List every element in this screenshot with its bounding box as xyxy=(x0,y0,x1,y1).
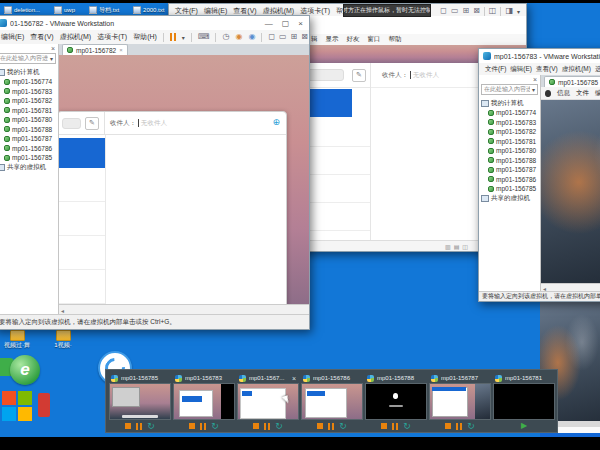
thumbnail-close-icon[interactable]: × xyxy=(292,375,297,382)
chevron-down-icon[interactable]: ▾ xyxy=(517,8,520,15)
view-layout-icon[interactable]: ⊞ xyxy=(291,33,298,41)
user-icon[interactable]: ◉ xyxy=(235,33,242,41)
menu-item[interactable]: 虚拟机(M) xyxy=(562,65,591,74)
library-search-box[interactable]: 在此处输入内容进行搜索 ▾ xyxy=(481,84,538,95)
stop-vm-icon[interactable] xyxy=(381,423,387,429)
stop-vm-icon[interactable] xyxy=(445,423,451,429)
vm-list-item[interactable]: mp01-156774 xyxy=(481,108,540,118)
menu-item[interactable]: 虚拟机(M) xyxy=(60,32,92,42)
pause-vm-icon[interactable] xyxy=(200,423,206,430)
capture-icon[interactable]: ◨ xyxy=(505,7,513,15)
vm-list-item[interactable]: mp01-156788 xyxy=(481,156,540,166)
pause-vm-icon[interactable] xyxy=(264,423,270,430)
desktop-icon[interactable]: uwp xyxy=(54,6,75,14)
close-button[interactable]: × xyxy=(298,19,303,28)
mac-menu-item[interactable]: 辑 xyxy=(311,35,318,44)
pause-vm-icon[interactable] xyxy=(136,423,142,430)
vm-list-item[interactable]: mp01-156787 xyxy=(0,134,58,144)
desktop-folder[interactable]: 视频过·舞 xyxy=(2,330,32,350)
vm-disk-icon[interactable]: ▥ xyxy=(445,243,451,250)
vm-list-item[interactable]: mp01-156780 xyxy=(481,146,540,156)
tree-node-shared-vms[interactable]: 共享的虚拟机 xyxy=(0,163,58,172)
chevron-down-icon[interactable]: ▾ xyxy=(182,34,185,41)
vm-thumbnail[interactable]: mp01-156788 × ↻ ▶ xyxy=(365,373,427,429)
revert-vm-icon[interactable]: ↻ xyxy=(275,422,283,431)
stop-vm-icon[interactable] xyxy=(253,423,259,429)
browser-e-icon[interactable]: e xyxy=(10,355,40,385)
add-contact-icon[interactable]: ⊕ xyxy=(272,118,280,127)
front-vm-display[interactable]: ✎ 收件人： 无收件人 ⊕ xyxy=(59,55,309,305)
menu-item[interactable]: 编辑(E) xyxy=(1,32,24,42)
user-icon[interactable]: ◉ xyxy=(248,33,255,41)
menu-item[interactable]: 帮助(H) xyxy=(133,32,157,42)
view-layout-icon[interactable]: ◻ xyxy=(268,33,275,41)
right-vm-display[interactable]: 信息文件编辑 xyxy=(541,87,600,284)
mac-menu-item[interactable]: 帮助 xyxy=(389,35,402,44)
vm-list-item[interactable]: mp01-156785 xyxy=(481,184,540,194)
selected-conversation[interactable] xyxy=(306,89,352,117)
maximize-button[interactable]: ▢ xyxy=(282,19,290,28)
stop-vm-icon[interactable] xyxy=(125,423,131,429)
suspend-vm-button[interactable] xyxy=(170,33,176,41)
vm-list-item[interactable]: mp01-156774 xyxy=(0,77,58,87)
vm-thumbnail[interactable]: mp01-156781 × ↻ ▶ xyxy=(493,373,555,429)
red-app-icon[interactable] xyxy=(38,393,50,417)
thumbnail-screen[interactable] xyxy=(109,383,171,420)
vm-list-item[interactable]: mp01-156781 xyxy=(481,137,540,147)
tree-node-my-computer[interactable]: 我的计算机 xyxy=(481,99,540,108)
view-layout-icon[interactable]: ⊞ xyxy=(462,7,469,15)
play-vm-icon[interactable]: ▶ xyxy=(521,422,527,430)
pause-vm-icon[interactable] xyxy=(456,423,462,430)
vm-list-item[interactable]: mp01-156782 xyxy=(0,96,58,106)
apple-logo-icon[interactable] xyxy=(545,90,551,97)
desktop-icon[interactable]: 导档.txt xyxy=(89,6,119,15)
vm-device-icon[interactable]: ◫ xyxy=(462,243,468,250)
vm-list-item[interactable]: mp01-156787 xyxy=(481,165,540,175)
menu-item[interactable]: 文件(F) xyxy=(485,65,506,74)
vm-thumbnail[interactable]: mp01-156785 × ↻ ▶ xyxy=(109,373,171,429)
vm-list-item[interactable]: mp01-156786 xyxy=(481,175,540,185)
vm-list-item[interactable]: mp01-156783 xyxy=(481,118,540,128)
desktop-icon[interactable]: deletion... xyxy=(4,6,40,14)
vm-thumbnail[interactable]: mp01-156786 × ↻ ▶ xyxy=(301,373,363,429)
mac-menu-item[interactable]: 窗口 xyxy=(368,35,381,44)
revert-vm-icon[interactable]: ↻ xyxy=(467,422,475,431)
vm-list-item[interactable]: mp01-156780 xyxy=(0,115,58,125)
console-view-icon[interactable]: ◫ xyxy=(489,7,497,15)
vm-list-item[interactable]: mp01-156786 xyxy=(0,144,58,154)
selected-conversation[interactable] xyxy=(59,138,105,168)
library-search-box[interactable]: 在此处输入内容进行搜索 ▾ xyxy=(0,53,56,64)
stop-vm-icon[interactable] xyxy=(189,423,195,429)
tree-node-my-computer[interactable]: 我的计算机 xyxy=(0,68,58,77)
view-layout-icon[interactable]: ◻ xyxy=(440,7,447,15)
vm-list-item[interactable]: mp01-156781 xyxy=(0,106,58,116)
stop-vm-icon[interactable] xyxy=(317,423,323,429)
revert-vm-icon[interactable]: ↻ xyxy=(339,422,347,431)
mac-menu-item[interactable]: 文件 xyxy=(576,89,589,98)
vm-list-item[interactable]: mp01-156788 xyxy=(0,125,58,135)
mac-menu-item[interactable]: 显示 xyxy=(326,35,339,44)
pause-vm-icon[interactable] xyxy=(328,423,334,430)
search-input[interactable] xyxy=(62,118,81,129)
compose-button[interactable]: ✎ xyxy=(85,117,99,130)
vm-network-icon[interactable]: ▤ xyxy=(454,243,460,250)
windows-logo-icon[interactable] xyxy=(2,391,32,421)
thumbnail-screen[interactable] xyxy=(429,383,491,420)
vm-thumbnail[interactable]: mp01-156787 × ↻ ▶ xyxy=(429,373,491,429)
view-layout-icon[interactable]: ⊠ xyxy=(473,7,480,15)
tree-node-shared-vms[interactable]: 共享的虚拟机 xyxy=(481,194,540,203)
desktop-folder[interactable]: 1视频· xyxy=(48,330,78,350)
minimize-button[interactable]: — xyxy=(265,19,273,28)
thumbnail-screen[interactable] xyxy=(493,383,555,420)
conversation-list[interactable] xyxy=(306,119,370,241)
vm-tab[interactable]: mp01-156782 × xyxy=(62,44,128,55)
vm-tab[interactable]: mp01-156785 × xyxy=(544,76,600,87)
mac-menu-item[interactable]: 编辑 xyxy=(595,89,600,98)
snapshot-clock-icon[interactable]: ◷ xyxy=(222,33,229,41)
view-layout-icon[interactable]: ⊠ xyxy=(301,33,308,41)
ctrl-alt-del-icon[interactable]: ⌨ xyxy=(198,33,210,41)
right-titlebar[interactable]: mp01-156783 - VMware Workstation xyxy=(479,49,600,63)
menu-item[interactable]: 选项卡(T) xyxy=(595,65,600,74)
desktop-icon[interactable]: 2000.txt xyxy=(133,6,164,14)
scroll-left-icon[interactable]: ◂ xyxy=(61,307,64,314)
